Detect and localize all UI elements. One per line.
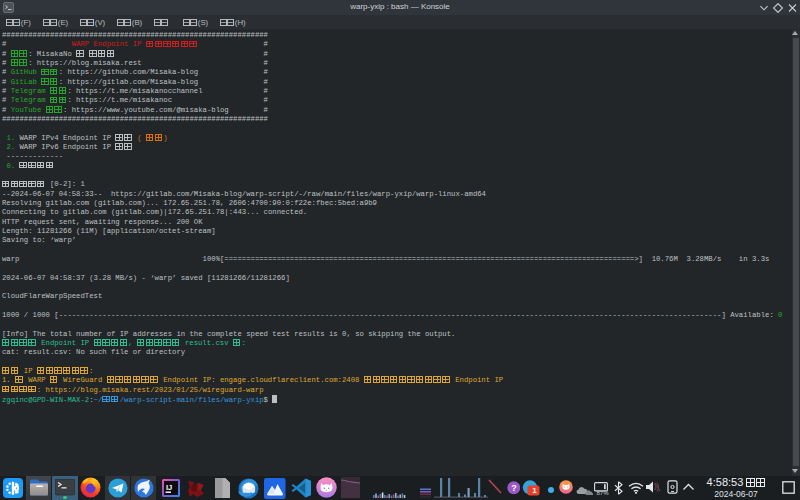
svg-text:1: 1: [532, 486, 537, 495]
svg-text:IJ: IJ: [166, 483, 172, 492]
svg-text:?: ?: [511, 483, 517, 493]
